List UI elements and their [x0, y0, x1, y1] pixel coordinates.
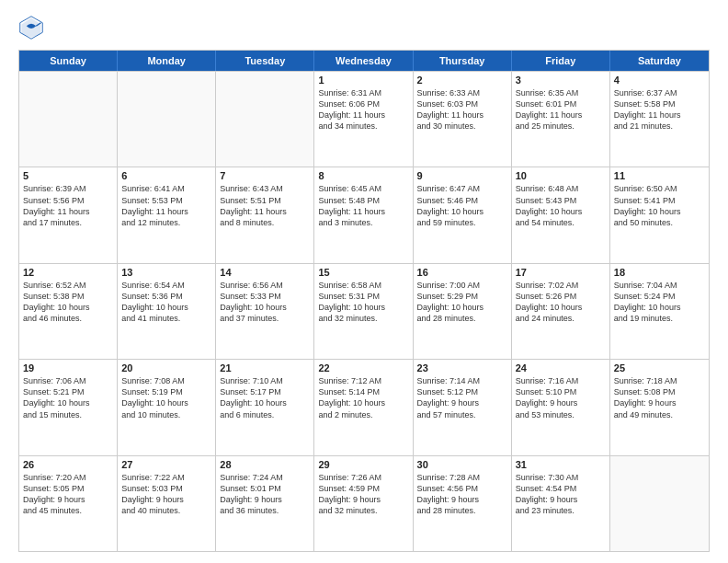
calendar-cell — [610, 456, 709, 551]
cell-text: Sunrise: 7:22 AM Sunset: 5:03 PM Dayligh… — [121, 472, 211, 517]
calendar-cell: 14Sunrise: 6:56 AM Sunset: 5:33 PM Dayli… — [216, 264, 314, 359]
cell-text: Sunrise: 7:20 AM Sunset: 5:05 PM Dayligh… — [23, 472, 113, 517]
calendar-cell: 27Sunrise: 7:22 AM Sunset: 5:03 PM Dayli… — [118, 456, 216, 551]
weekday-header: Saturday — [610, 51, 709, 71]
calendar-cell: 12Sunrise: 6:52 AM Sunset: 5:38 PM Dayli… — [19, 264, 118, 359]
cell-text: Sunrise: 6:48 AM Sunset: 5:43 PM Dayligh… — [516, 183, 606, 228]
day-number: 7 — [220, 170, 310, 181]
day-number: 6 — [121, 170, 211, 181]
calendar-cell: 19Sunrise: 7:06 AM Sunset: 5:21 PM Dayli… — [19, 360, 118, 454]
calendar-cell: 24Sunrise: 7:16 AM Sunset: 5:10 PM Dayli… — [512, 360, 610, 454]
calendar-cell: 16Sunrise: 7:00 AM Sunset: 5:29 PM Dayli… — [414, 264, 512, 359]
day-number: 19 — [23, 362, 113, 373]
cell-text: Sunrise: 6:58 AM Sunset: 5:31 PM Dayligh… — [318, 280, 408, 325]
calendar-row: 19Sunrise: 7:06 AM Sunset: 5:21 PM Dayli… — [19, 359, 709, 454]
header — [18, 15, 710, 40]
cell-text: Sunrise: 7:14 AM Sunset: 5:12 PM Dayligh… — [417, 375, 507, 420]
day-number: 26 — [23, 459, 113, 470]
cell-text: Sunrise: 7:26 AM Sunset: 4:59 PM Dayligh… — [318, 472, 408, 517]
calendar-cell: 13Sunrise: 6:54 AM Sunset: 5:36 PM Dayli… — [118, 264, 216, 359]
calendar-cell: 15Sunrise: 6:58 AM Sunset: 5:31 PM Dayli… — [314, 264, 413, 359]
calendar-cell: 25Sunrise: 7:18 AM Sunset: 5:08 PM Dayli… — [610, 360, 709, 454]
day-number: 18 — [614, 267, 705, 278]
cell-text: Sunrise: 7:30 AM Sunset: 4:54 PM Dayligh… — [516, 472, 606, 517]
day-number: 27 — [121, 459, 211, 470]
cell-text: Sunrise: 6:52 AM Sunset: 5:38 PM Dayligh… — [23, 280, 113, 325]
day-number: 29 — [318, 459, 408, 470]
cell-text: Sunrise: 7:02 AM Sunset: 5:26 PM Dayligh… — [516, 280, 606, 325]
day-number: 23 — [417, 362, 507, 373]
day-number: 17 — [516, 267, 606, 278]
weekday-header: Tuesday — [216, 51, 314, 71]
calendar-body: 1Sunrise: 6:31 AM Sunset: 6:06 PM Daylig… — [19, 71, 709, 551]
weekday-header: Wednesday — [314, 51, 413, 71]
logo — [18, 15, 48, 40]
day-number: 31 — [516, 459, 606, 470]
calendar-cell: 1Sunrise: 6:31 AM Sunset: 6:06 PM Daylig… — [314, 72, 413, 167]
calendar-cell: 30Sunrise: 7:28 AM Sunset: 4:56 PM Dayli… — [414, 456, 512, 551]
cell-text: Sunrise: 6:35 AM Sunset: 6:01 PM Dayligh… — [516, 87, 606, 132]
day-number: 4 — [614, 75, 705, 86]
day-number: 25 — [614, 362, 705, 373]
day-number: 30 — [417, 459, 507, 470]
cell-text: Sunrise: 6:54 AM Sunset: 5:36 PM Dayligh… — [121, 280, 211, 325]
calendar-cell: 28Sunrise: 7:24 AM Sunset: 5:01 PM Dayli… — [216, 456, 314, 551]
calendar-row: 5Sunrise: 6:39 AM Sunset: 5:56 PM Daylig… — [19, 167, 709, 262]
calendar-cell: 18Sunrise: 7:04 AM Sunset: 5:24 PM Dayli… — [610, 264, 709, 359]
calendar: SundayMondayTuesdayWednesdayThursdayFrid… — [18, 50, 710, 552]
calendar-cell: 6Sunrise: 6:41 AM Sunset: 5:53 PM Daylig… — [118, 167, 216, 262]
day-number: 14 — [220, 267, 310, 278]
calendar-cell: 10Sunrise: 6:48 AM Sunset: 5:43 PM Dayli… — [512, 167, 610, 262]
day-number: 2 — [417, 75, 507, 86]
cell-text: Sunrise: 7:06 AM Sunset: 5:21 PM Dayligh… — [23, 375, 113, 420]
cell-text: Sunrise: 6:41 AM Sunset: 5:53 PM Dayligh… — [121, 183, 211, 228]
calendar-row: 12Sunrise: 6:52 AM Sunset: 5:38 PM Dayli… — [19, 263, 709, 359]
day-number: 28 — [220, 459, 310, 470]
day-number: 16 — [417, 267, 507, 278]
calendar-cell — [19, 72, 118, 167]
cell-text: Sunrise: 7:24 AM Sunset: 5:01 PM Dayligh… — [220, 472, 310, 517]
cell-text: Sunrise: 7:10 AM Sunset: 5:17 PM Dayligh… — [220, 375, 310, 420]
logo-icon — [18, 15, 44, 40]
day-number: 15 — [318, 267, 408, 278]
calendar-cell: 3Sunrise: 6:35 AM Sunset: 6:01 PM Daylig… — [512, 72, 610, 167]
calendar-cell: 22Sunrise: 7:12 AM Sunset: 5:14 PM Dayli… — [314, 360, 413, 454]
cell-text: Sunrise: 6:43 AM Sunset: 5:51 PM Dayligh… — [220, 183, 310, 228]
day-number: 22 — [318, 362, 408, 373]
cell-text: Sunrise: 7:00 AM Sunset: 5:29 PM Dayligh… — [417, 280, 507, 325]
calendar-cell: 21Sunrise: 7:10 AM Sunset: 5:17 PM Dayli… — [216, 360, 314, 454]
calendar-cell: 20Sunrise: 7:08 AM Sunset: 5:19 PM Dayli… — [118, 360, 216, 454]
cell-text: Sunrise: 6:47 AM Sunset: 5:46 PM Dayligh… — [417, 183, 507, 228]
calendar-cell — [118, 72, 216, 167]
cell-text: Sunrise: 6:37 AM Sunset: 5:58 PM Dayligh… — [614, 87, 705, 132]
cell-text: Sunrise: 7:04 AM Sunset: 5:24 PM Dayligh… — [614, 280, 705, 325]
cell-text: Sunrise: 6:31 AM Sunset: 6:06 PM Dayligh… — [318, 87, 408, 132]
calendar-cell: 31Sunrise: 7:30 AM Sunset: 4:54 PM Dayli… — [512, 456, 610, 551]
cell-text: Sunrise: 6:45 AM Sunset: 5:48 PM Dayligh… — [318, 183, 408, 228]
calendar-header: SundayMondayTuesdayWednesdayThursdayFrid… — [19, 51, 709, 71]
cell-text: Sunrise: 6:39 AM Sunset: 5:56 PM Dayligh… — [23, 183, 113, 228]
day-number: 13 — [121, 267, 211, 278]
day-number: 10 — [516, 170, 606, 181]
calendar-cell: 8Sunrise: 6:45 AM Sunset: 5:48 PM Daylig… — [314, 167, 413, 262]
calendar-cell: 4Sunrise: 6:37 AM Sunset: 5:58 PM Daylig… — [610, 72, 709, 167]
cell-text: Sunrise: 7:12 AM Sunset: 5:14 PM Dayligh… — [318, 375, 408, 420]
calendar-cell — [216, 72, 314, 167]
day-number: 21 — [220, 362, 310, 373]
calendar-cell: 23Sunrise: 7:14 AM Sunset: 5:12 PM Dayli… — [414, 360, 512, 454]
cell-text: Sunrise: 7:18 AM Sunset: 5:08 PM Dayligh… — [614, 375, 705, 420]
weekday-header: Thursday — [414, 51, 512, 71]
day-number: 3 — [516, 75, 606, 86]
cell-text: Sunrise: 6:50 AM Sunset: 5:41 PM Dayligh… — [614, 183, 705, 228]
calendar-cell: 17Sunrise: 7:02 AM Sunset: 5:26 PM Dayli… — [512, 264, 610, 359]
page: SundayMondayTuesdayWednesdayThursdayFrid… — [0, 0, 728, 563]
cell-text: Sunrise: 7:28 AM Sunset: 4:56 PM Dayligh… — [417, 472, 507, 517]
calendar-cell: 7Sunrise: 6:43 AM Sunset: 5:51 PM Daylig… — [216, 167, 314, 262]
cell-text: Sunrise: 6:33 AM Sunset: 6:03 PM Dayligh… — [417, 87, 507, 132]
calendar-cell: 11Sunrise: 6:50 AM Sunset: 5:41 PM Dayli… — [610, 167, 709, 262]
day-number: 9 — [417, 170, 507, 181]
calendar-cell: 5Sunrise: 6:39 AM Sunset: 5:56 PM Daylig… — [19, 167, 118, 262]
day-number: 1 — [318, 75, 408, 86]
calendar-row: 26Sunrise: 7:20 AM Sunset: 5:05 PM Dayli… — [19, 455, 709, 551]
weekday-header: Sunday — [19, 51, 118, 71]
